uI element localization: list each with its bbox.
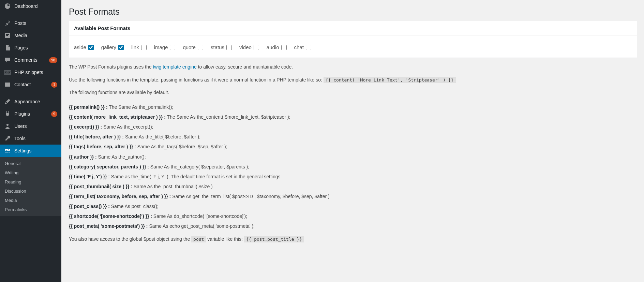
menu-item-users[interactable]: Users (0, 120, 61, 132)
post-var-code: post (191, 236, 206, 242)
plug-icon (4, 110, 11, 117)
available-formats-panel: Available Post Formats asidegallerylinki… (69, 21, 637, 58)
format-checkbox-quote[interactable] (198, 45, 203, 50)
wrench-icon (4, 135, 11, 142)
menu-label: Dashboard (14, 3, 57, 9)
submenu-item-writing[interactable]: Writing (0, 168, 61, 177)
menu-item-contact[interactable]: Contact1 (0, 78, 61, 91)
menu-item-media[interactable]: Media (0, 29, 61, 42)
format-option-image[interactable]: image (154, 44, 176, 50)
menu-label: Contact (14, 82, 51, 87)
format-checkbox-aside[interactable] (88, 45, 94, 50)
function-line: {{ tags( before, sep, after ) }} : Same … (69, 143, 637, 151)
function-signature: {{ term_list( taxonomy, before, sep, aft… (69, 194, 171, 199)
function-line: {{ title( before, after ) }} : Same As t… (69, 133, 637, 141)
menu-item-plugins[interactable]: Plugins9 (0, 108, 61, 120)
function-line: {{ content( more_link_text, stripteaser … (69, 113, 637, 121)
function-signature: {{ tags( before, sep, after ) }} : (69, 144, 136, 149)
menu-item-comments[interactable]: Comments98 (0, 54, 61, 66)
submenu-item-reading[interactable]: Reading (0, 177, 61, 187)
function-signature: {{ post_meta( 'some-postmeta') }} : (69, 223, 148, 229)
intro-paragraph-3: The following functions are available by… (69, 89, 637, 97)
format-label: image (154, 44, 168, 50)
intro-paragraph-2: Use the following functions in the templ… (69, 76, 637, 84)
format-label: status (211, 44, 224, 50)
format-label: chat (294, 44, 304, 50)
format-option-quote[interactable]: quote (183, 44, 203, 50)
example-code: {{ content( 'More Link Text', 'Stripteas… (324, 77, 456, 83)
menu-label: Plugins (14, 111, 51, 117)
page-title: Post Formats (69, 7, 637, 17)
submenu-item-discussion[interactable]: Discussion (0, 187, 61, 196)
format-checkbox-audio[interactable] (281, 45, 287, 50)
function-signature: {{ category( seperator, parents ) }} : (69, 164, 149, 169)
admin-sidebar: DashboardPostsMediaPagesComments98PHPPHP… (0, 0, 61, 282)
format-label: link (131, 44, 139, 50)
format-option-link[interactable]: link (131, 44, 147, 50)
menu-label: Media (14, 33, 57, 38)
format-label: audio (267, 44, 279, 50)
menu-label: Users (14, 123, 57, 129)
format-checkbox-video[interactable] (254, 45, 259, 50)
php-icon: PHP (4, 69, 11, 76)
submenu-item-permalinks[interactable]: Permalinks (0, 205, 61, 214)
function-line: {{ post_class() }} : Same As post_class(… (69, 203, 637, 210)
menu-label: Settings (14, 148, 57, 153)
function-line: {{ excerpt() }} : Same As the_excerpt(); (69, 123, 637, 131)
format-checkbox-gallery[interactable] (118, 45, 124, 50)
format-option-gallery[interactable]: gallery (101, 44, 124, 50)
functions-list: {{ permalink() }} : The Same As the_perm… (69, 103, 637, 230)
function-signature: {{ post_thumbnail( size ) }} : (69, 184, 132, 189)
function-line: {{ post_thumbnail( size ) }} : Same As t… (69, 183, 637, 191)
function-line: {{ post_meta( 'some-postmeta') }} : Same… (69, 222, 637, 230)
intro-paragraph-1: The WP Post Formats plugins uses the twi… (69, 63, 637, 71)
function-description: Same As the_title( $before, $after ); (124, 134, 200, 139)
format-checkbox-link[interactable] (141, 45, 147, 50)
submenu-item-media[interactable]: Media (0, 196, 61, 205)
panel-heading: Available Post Formats (69, 21, 637, 35)
format-option-chat[interactable]: chat (294, 44, 311, 50)
format-label: quote (183, 44, 196, 50)
function-signature: {{ title( before, after ) }} : (69, 134, 124, 139)
function-signature: {{ permalink() }} : (69, 104, 108, 110)
count-badge: 1 (51, 82, 57, 88)
function-line: {{ permalink() }} : The Same As the_perm… (69, 103, 637, 111)
pin-icon (4, 20, 11, 27)
brush-icon (4, 98, 11, 105)
twig-link[interactable]: twig template engine (153, 64, 196, 70)
media-icon (4, 32, 11, 39)
submenu-item-general[interactable]: General (0, 159, 61, 168)
function-line: {{ category( seperator, parents ) }} : S… (69, 163, 637, 171)
function-description: Same As the_category( $seperator, $paren… (149, 164, 249, 169)
format-option-status[interactable]: status (211, 44, 232, 50)
function-description: Same As the_author(); (97, 154, 146, 160)
menu-item-dashboard[interactable]: Dashboard (0, 0, 61, 12)
menu-label: Comments (14, 57, 49, 63)
menu-item-posts[interactable]: Posts (0, 17, 61, 29)
function-description: Same As post_class(); (110, 204, 159, 209)
format-option-video[interactable]: video (239, 44, 259, 50)
menu-item-settings[interactable]: Settings (0, 145, 61, 157)
mail-icon (4, 81, 11, 88)
function-description: Same As the_post_thumbnail( $size ) (132, 184, 213, 189)
menu-item-tools[interactable]: Tools (0, 132, 61, 145)
outro-paragraph: You also have access to the global $post… (69, 236, 637, 243)
format-option-audio[interactable]: audio (267, 44, 287, 50)
menu-item-appearance[interactable]: Appearance (0, 95, 61, 108)
menu-item-pages[interactable]: Pages (0, 42, 61, 54)
format-checkbox-image[interactable] (170, 45, 175, 50)
count-badge: 98 (49, 57, 57, 63)
function-description: The Same As the_content( $more_link_text… (166, 114, 290, 120)
format-label: aside (74, 44, 86, 50)
format-checkbox-row: asidegallerylinkimagequotestatusvideoaud… (74, 44, 632, 50)
function-line: {{ shortcode( '[some-shortcode]') }} : S… (69, 212, 637, 220)
format-option-aside[interactable]: aside (74, 44, 94, 50)
sliders-icon (4, 147, 11, 154)
function-line: {{ term_list( taxonomy, before, sep, aft… (69, 193, 637, 201)
menu-item-php-snippets[interactable]: PHPPHP snippets (0, 66, 61, 78)
format-label: gallery (101, 44, 116, 50)
format-checkbox-status[interactable] (226, 45, 232, 50)
function-description: Same As the_excerpt(); (102, 124, 153, 130)
format-checkbox-chat[interactable] (306, 45, 311, 50)
menu-label: Posts (14, 20, 57, 26)
